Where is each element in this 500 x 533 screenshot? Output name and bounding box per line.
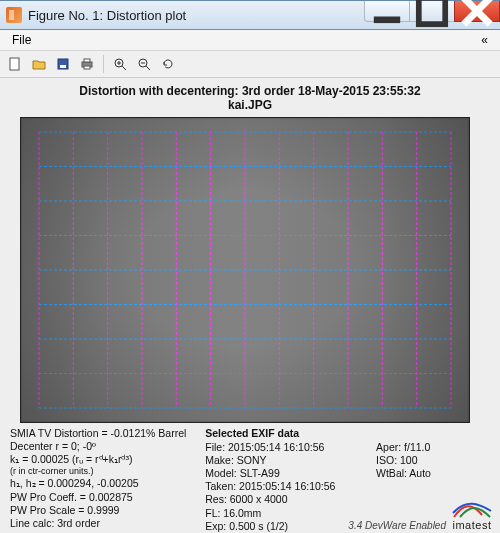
exif-res: Res: 6000 x 4000: [205, 493, 368, 506]
plot-vignette: [21, 118, 469, 422]
toolbar: [0, 51, 500, 78]
menu-file[interactable]: File: [6, 32, 37, 48]
figure-title: Distortion with decentering: 3rd order 1…: [10, 84, 490, 113]
figure-window: Figure No. 1: Distortion plot File « Dis…: [0, 0, 500, 533]
figure-title-line1: Distortion with decentering: 3rd order 1…: [79, 84, 420, 98]
window-controls: [364, 1, 500, 21]
exif-exp: Exp: 0.500 s (1/2): [205, 520, 368, 533]
figure-title-line2: kai.JPG: [228, 98, 272, 112]
svg-rect-1: [419, 0, 445, 24]
imatest-text: imatest: [453, 519, 492, 531]
svg-line-11: [122, 66, 126, 70]
exif-wb: WtBal: Auto: [376, 467, 490, 480]
r-units-note: (r in ctr-corner units.): [10, 466, 197, 477]
window-title: Figure No. 1: Distortion plot: [28, 8, 186, 23]
svg-rect-6: [60, 65, 66, 68]
exif-heading: Selected EXIF data: [205, 427, 368, 440]
footer: 3.4 DevWare Enabled imatest: [348, 501, 492, 531]
distortion-plot[interactable]: [20, 117, 470, 423]
exif-fl: FL: 16.0mm: [205, 507, 368, 520]
exif-make: Make: SONY: [205, 454, 368, 467]
svg-rect-9: [84, 66, 90, 69]
imatest-logo: imatest: [452, 501, 492, 531]
plot-area: [20, 117, 480, 423]
rotate-icon[interactable]: [157, 53, 179, 75]
toolbar-separator: [103, 55, 104, 73]
smia-tv-distortion: SMIA TV Distortion = -0.0121% Barrel: [10, 427, 197, 440]
close-button[interactable]: [454, 1, 500, 22]
maximize-button[interactable]: [409, 1, 454, 22]
zoom-out-icon[interactable]: [133, 53, 155, 75]
pw-pro-scale: PW Pro Scale = 0.9999: [10, 504, 197, 517]
print-icon[interactable]: [76, 53, 98, 75]
exif-model: Model: SLT-A99: [205, 467, 368, 480]
exif-aper: Aper: f/11.0: [376, 441, 490, 454]
svg-rect-4: [10, 58, 19, 70]
menubar: File «: [0, 30, 500, 51]
exif-taken: Taken: 2015:05:14 16:10:56: [205, 480, 368, 493]
exif-file: File: 2015:05:14 16:10:56: [205, 441, 368, 454]
menu-overflow[interactable]: «: [475, 32, 494, 48]
zoom-in-icon[interactable]: [109, 53, 131, 75]
h1-h2: h₁, h₂ = 0.000294, -0.00205: [10, 477, 197, 490]
open-icon[interactable]: [28, 53, 50, 75]
titlebar[interactable]: Figure No. 1: Distortion plot: [0, 0, 500, 30]
exif-data: Selected EXIF data File: 2015:05:14 16:1…: [205, 427, 368, 533]
figure-body: Distortion with decentering: 3rd order 1…: [0, 78, 500, 533]
save-icon[interactable]: [52, 53, 74, 75]
line-calc: Line calc: 3rd order: [10, 517, 197, 530]
imatest-swoosh-icon: [452, 501, 492, 519]
pw-pro-coeff: PW Pro Coeff. = 0.002875: [10, 491, 197, 504]
minimize-button[interactable]: [364, 1, 409, 22]
new-figure-icon[interactable]: [4, 53, 26, 75]
k1-coeff: k₁ = 0.00025 (rᵤ = rᵈ+k₁rᵈ³): [10, 453, 197, 466]
svg-rect-8: [84, 59, 90, 62]
decenter: Decenter r = 0; -0º: [10, 440, 197, 453]
devware-label: 3.4 DevWare Enabled: [348, 520, 446, 531]
exif-iso: ISO: 100: [376, 454, 490, 467]
svg-line-15: [146, 66, 150, 70]
distortion-metrics: SMIA TV Distortion = -0.0121% Barrel Dec…: [10, 427, 197, 533]
matlab-icon: [6, 7, 22, 23]
